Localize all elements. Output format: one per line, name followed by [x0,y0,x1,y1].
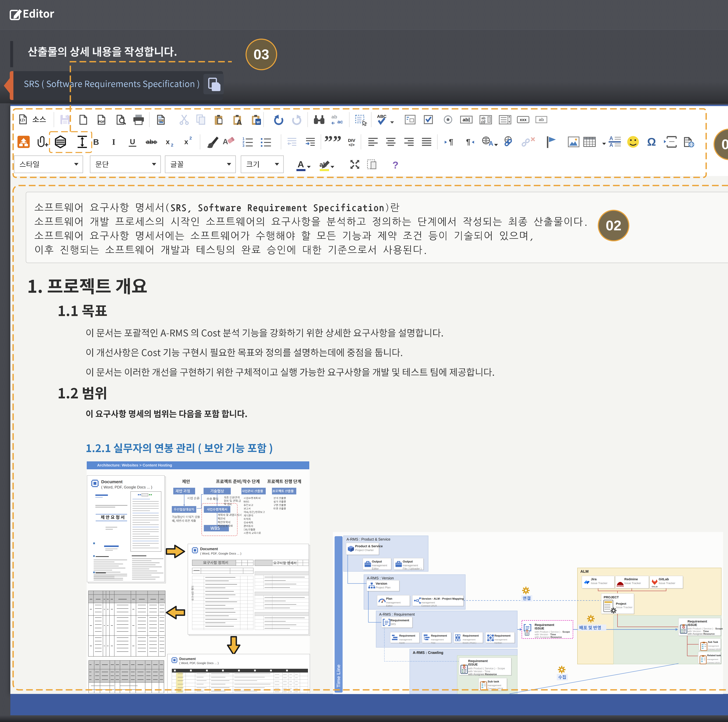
svg-text:03: 03 [254,46,269,62]
